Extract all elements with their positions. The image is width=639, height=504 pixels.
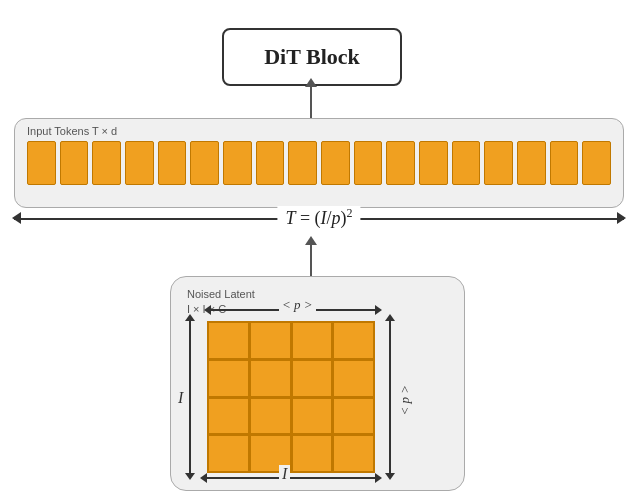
input-tokens-container: Input Tokens T × d xyxy=(14,118,624,208)
i-left-arrowhead-bottom xyxy=(185,473,195,480)
i-bottom-arrowhead-left xyxy=(200,473,207,483)
token-cell xyxy=(190,141,219,185)
patch-cell xyxy=(293,436,332,471)
patch-cell xyxy=(334,399,373,434)
i-bottom-arrow-line xyxy=(207,477,375,479)
p-top-label: < p > xyxy=(279,297,316,313)
token-cell xyxy=(419,141,448,185)
patch-cell xyxy=(334,436,373,471)
arrow-tokens-to-dit xyxy=(310,86,312,118)
token-cell xyxy=(288,141,317,185)
patch-cell xyxy=(251,323,290,358)
i-left-arrowhead-top xyxy=(185,314,195,321)
p-right-arrowhead-top xyxy=(385,314,395,321)
patch-cell xyxy=(209,323,248,358)
token-cell xyxy=(354,141,383,185)
token-cell xyxy=(92,141,121,185)
i-left-label: I xyxy=(176,389,185,407)
patch-cell xyxy=(209,361,248,396)
token-row xyxy=(27,141,611,185)
i-bottom-label: I xyxy=(279,465,290,483)
token-cell xyxy=(158,141,187,185)
patch-cell xyxy=(293,399,332,434)
t-formula-label: T = (I/p)2 xyxy=(277,206,360,229)
p-right-label: < p > xyxy=(395,385,415,416)
patch-cell xyxy=(293,323,332,358)
patch-cell xyxy=(293,361,332,396)
t-formula-arrow-left xyxy=(12,212,21,224)
token-cell xyxy=(223,141,252,185)
p-top-arrowhead-right xyxy=(375,305,382,315)
token-cell xyxy=(321,141,350,185)
patch-cell xyxy=(251,399,290,434)
p-right-arrowhead-bottom xyxy=(385,473,395,480)
patch-grid xyxy=(207,321,375,473)
i-left-arrow-line xyxy=(189,321,191,473)
token-cell xyxy=(27,141,56,185)
token-cell xyxy=(484,141,513,185)
t-formula-arrow-right xyxy=(617,212,626,224)
token-cell xyxy=(517,141,546,185)
dit-block-label: DiT Block xyxy=(264,44,360,70)
diagram: DiT Block Input Tokens T × d xyxy=(0,0,639,504)
token-cell xyxy=(582,141,611,185)
token-cell xyxy=(125,141,154,185)
t-formula-row: T = (I/p)2 xyxy=(14,210,624,230)
input-tokens-label: Input Tokens T × d xyxy=(27,125,117,137)
token-cell xyxy=(550,141,579,185)
patch-cell xyxy=(251,361,290,396)
p-right-arrow-line xyxy=(389,321,391,473)
patch-cell xyxy=(334,361,373,396)
token-cell xyxy=(452,141,481,185)
patch-cell xyxy=(209,436,248,471)
patch-cell xyxy=(334,323,373,358)
token-cell xyxy=(256,141,285,185)
p-top-arrowhead-left xyxy=(204,305,211,315)
token-cell xyxy=(386,141,415,185)
patch-cell xyxy=(209,399,248,434)
arrow-latent-to-tokens xyxy=(310,244,312,276)
noised-latent-label: Noised Latent I × I × C xyxy=(187,287,255,318)
noised-latent-container: Noised Latent I × I × C < p > < p > I xyxy=(170,276,465,491)
i-bottom-arrowhead-right xyxy=(375,473,382,483)
token-cell xyxy=(60,141,89,185)
